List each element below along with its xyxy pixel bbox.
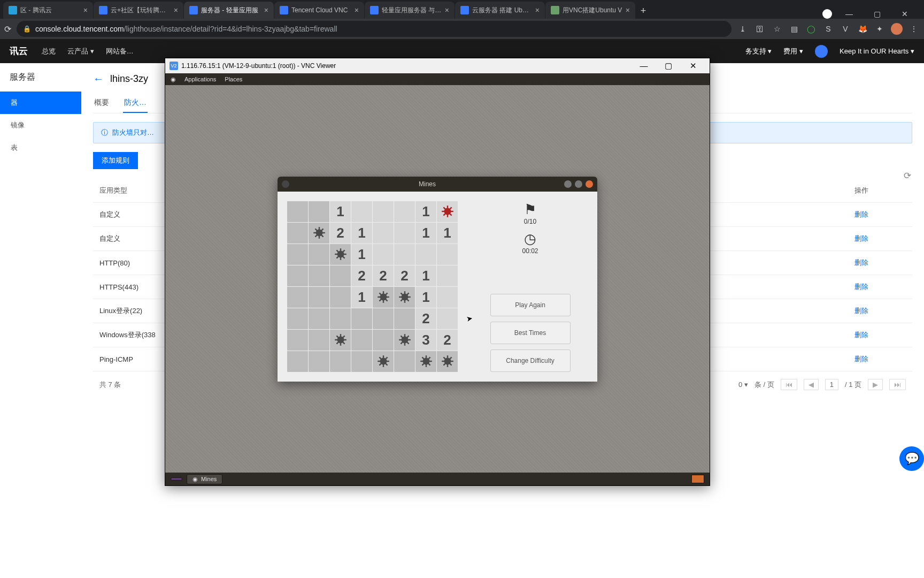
- tab-firewall[interactable]: 防火…: [123, 94, 148, 113]
- page-next-button[interactable]: ▶: [868, 379, 883, 390]
- address-bar[interactable]: 🔒 console.cloud.tencent.com/lighthouse/i…: [17, 21, 732, 37]
- window-close[interactable]: ✕: [681, 61, 705, 71]
- mines-cell[interactable]: [309, 308, 329, 329]
- mines-cell[interactable]: [330, 330, 351, 351]
- mines-cell[interactable]: 1: [351, 287, 372, 308]
- sidebar-item-images[interactable]: 镜像: [0, 114, 81, 136]
- browser-tab[interactable]: 用VNC搭建Ubuntu V×: [545, 2, 635, 19]
- mines-cell[interactable]: [394, 223, 415, 244]
- mines-cell[interactable]: [373, 201, 394, 222]
- close-icon[interactable]: ×: [83, 6, 88, 14]
- mines-cell[interactable]: [309, 287, 329, 308]
- page-prev-button[interactable]: ◀: [804, 379, 819, 390]
- mines-cell[interactable]: [330, 351, 351, 372]
- mines-cell[interactable]: [330, 244, 351, 265]
- window-minimize[interactable]: [564, 180, 572, 188]
- system-icon[interactable]: ◉: [171, 76, 176, 83]
- mines-cell[interactable]: [351, 330, 372, 351]
- mines-cell[interactable]: [309, 330, 329, 351]
- mines-cell[interactable]: [287, 244, 308, 265]
- browser-tab[interactable]: 区 - 腾讯云×: [3, 2, 93, 19]
- mines-cell[interactable]: 3: [415, 330, 436, 351]
- window-maximize[interactable]: ▢: [866, 10, 888, 18]
- mines-cell[interactable]: [287, 351, 308, 372]
- mines-cell[interactable]: [287, 201, 308, 222]
- mines-cell[interactable]: 2: [330, 223, 351, 244]
- page-first-button[interactable]: ⏮: [781, 379, 797, 390]
- mines-cell[interactable]: [330, 308, 351, 329]
- mines-cell[interactable]: [415, 244, 436, 265]
- profile-avatar[interactable]: [891, 23, 903, 35]
- mines-cell[interactable]: 1: [437, 223, 458, 244]
- mines-cell[interactable]: [437, 287, 458, 308]
- play-again-button[interactable]: Play Again: [490, 294, 571, 316]
- delete-link[interactable]: 删除: [848, 251, 912, 275]
- mines-cell[interactable]: 2: [394, 265, 415, 286]
- mines-cell[interactable]: [309, 265, 329, 286]
- refresh-icon[interactable]: ⟳: [904, 170, 911, 181]
- mines-cell[interactable]: [309, 223, 329, 244]
- mines-cell[interactable]: [287, 265, 308, 286]
- mines-cell[interactable]: [351, 308, 372, 329]
- page-input[interactable]: 1: [825, 379, 838, 390]
- mines-cell[interactable]: [287, 330, 308, 351]
- extension-icon[interactable]: ▤: [788, 23, 800, 35]
- mines-cell[interactable]: 1: [351, 244, 372, 265]
- nav-item[interactable]: 云产品 ▾: [67, 47, 94, 56]
- perpage-select[interactable]: 0 ▾: [738, 381, 748, 389]
- mines-cell[interactable]: 2: [415, 308, 436, 329]
- mines-cell[interactable]: 1: [415, 287, 436, 308]
- change-difficulty-button[interactable]: Change Difficulty: [490, 349, 571, 372]
- mines-cell[interactable]: [373, 287, 394, 308]
- mines-cell[interactable]: [287, 287, 308, 308]
- extension-icon[interactable]: V: [840, 23, 851, 35]
- user-avatar[interactable]: [815, 45, 828, 58]
- mines-cell[interactable]: [309, 351, 329, 372]
- help-chat-button[interactable]: 💬: [899, 446, 924, 471]
- mines-cell[interactable]: [287, 223, 308, 244]
- mines-cell[interactable]: [287, 308, 308, 329]
- remote-desktop[interactable]: Mines 1121111222111232 ⚑ 0/10 ◷ 00:02: [165, 85, 710, 473]
- extension-icon[interactable]: 🦊: [857, 23, 868, 35]
- user-menu[interactable]: Keep It in OUR Hearts ▾: [840, 47, 914, 55]
- nav-item[interactable]: 费用 ▾: [783, 47, 803, 56]
- mines-cell[interactable]: 2: [351, 265, 372, 286]
- browser-tab[interactable]: 云服务器 搭建 Ubu…×: [455, 2, 545, 19]
- nav-item[interactable]: 总览: [42, 47, 56, 56]
- window-close[interactable]: ✕: [894, 10, 915, 18]
- mines-cell[interactable]: [373, 351, 394, 372]
- best-times-button[interactable]: Best Times: [490, 322, 571, 344]
- mines-cell[interactable]: [394, 201, 415, 222]
- delete-link[interactable]: 删除: [848, 323, 912, 347]
- close-icon[interactable]: ×: [445, 6, 449, 14]
- mines-cell[interactable]: [373, 308, 394, 329]
- mines-cell[interactable]: [394, 287, 415, 308]
- mines-cell[interactable]: [394, 330, 415, 351]
- mines-cell[interactable]: [351, 201, 372, 222]
- window-minimize[interactable]: —: [838, 10, 860, 18]
- mines-cell[interactable]: 1: [415, 201, 436, 222]
- extensions-menu-icon[interactable]: ✦: [874, 23, 886, 35]
- gnome-menu-places[interactable]: Places: [225, 76, 242, 82]
- mines-titlebar[interactable]: Mines: [278, 177, 597, 192]
- close-icon[interactable]: ×: [264, 6, 268, 14]
- mines-cell[interactable]: [309, 201, 329, 222]
- close-icon[interactable]: ×: [355, 6, 359, 14]
- window-maximize[interactable]: [575, 180, 582, 188]
- mines-cell[interactable]: [351, 351, 372, 372]
- extension-icon[interactable]: S: [822, 23, 834, 35]
- browser-tab[interactable]: Tencent Cloud VNC×: [274, 2, 364, 19]
- mines-cell[interactable]: [394, 244, 415, 265]
- gnome-menu-applications[interactable]: Applications: [184, 76, 216, 82]
- mines-cell[interactable]: 2: [437, 330, 458, 351]
- mines-cell[interactable]: [437, 308, 458, 329]
- mines-cell[interactable]: 2: [373, 265, 394, 286]
- bookmark-icon[interactable]: ☆: [771, 23, 783, 35]
- mines-cell[interactable]: [437, 201, 458, 222]
- delete-link[interactable]: 删除: [848, 347, 912, 371]
- new-tab-button[interactable]: +: [636, 3, 651, 19]
- nav-item[interactable]: 网站备…: [106, 47, 134, 56]
- delete-link[interactable]: 删除: [848, 203, 912, 227]
- reload-icon[interactable]: ⟳: [4, 24, 11, 34]
- show-desktop-button[interactable]: [171, 477, 182, 481]
